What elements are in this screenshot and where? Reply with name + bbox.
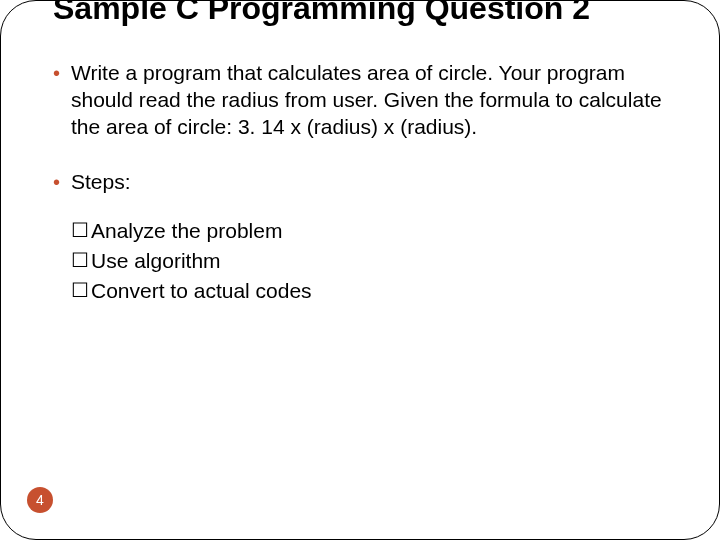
bullet-text: Steps: [71, 169, 131, 196]
bullet-item: • Steps: [53, 169, 673, 196]
step-item: ☐ Convert to actual codes [71, 278, 673, 304]
checkbox-icon: ☐ [71, 218, 89, 242]
slide-frame: Sample C Programming Question 2 • Write … [0, 0, 720, 540]
bullet-item: • Write a program that calculates area o… [53, 60, 673, 141]
checkbox-icon: ☐ [71, 278, 89, 302]
slide-title: Sample C Programming Question 2 [53, 0, 673, 26]
step-text: Use algorithm [91, 248, 221, 274]
slide-body: • Write a program that calculates area o… [53, 60, 673, 304]
bullet-dot-icon: • [53, 60, 71, 141]
page-number-badge: 4 [27, 487, 53, 513]
step-text: Analyze the problem [91, 218, 282, 244]
checkbox-icon: ☐ [71, 248, 89, 272]
step-item: ☐ Analyze the problem [71, 218, 673, 244]
step-item: ☐ Use algorithm [71, 248, 673, 274]
steps-list: ☐ Analyze the problem ☐ Use algorithm ☐ … [71, 218, 673, 305]
bullet-text: Write a program that calculates area of … [71, 60, 673, 141]
slide-content: Sample C Programming Question 2 • Write … [53, 1, 673, 308]
step-text: Convert to actual codes [91, 278, 312, 304]
bullet-dot-icon: • [53, 169, 71, 196]
